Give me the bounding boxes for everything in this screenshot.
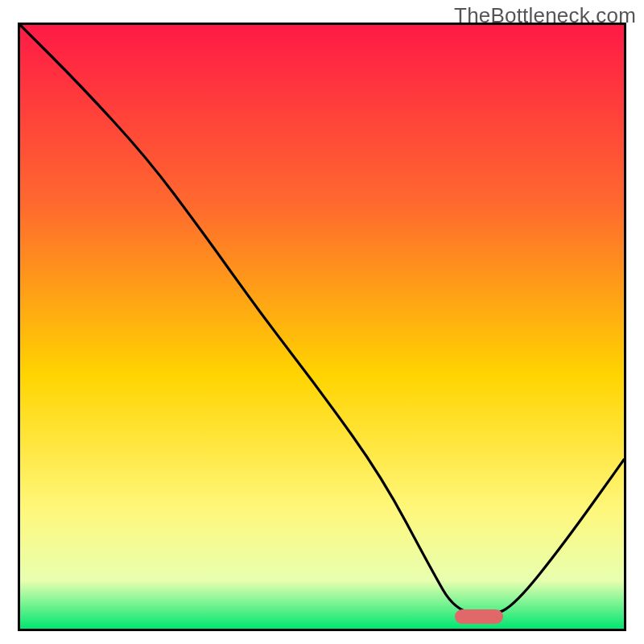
plot-area	[18, 23, 626, 631]
bottleneck-curve-layer	[20, 25, 624, 629]
chart-stage: TheBottleneck.com	[0, 0, 644, 644]
bottleneck-curve	[20, 25, 624, 615]
optimum-range-marker	[455, 609, 503, 624]
